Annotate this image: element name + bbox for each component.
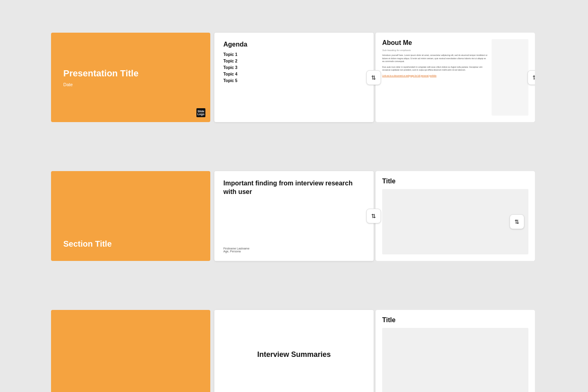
slide-2-wrapper: Agenda Topic 1 Topic 2 Topic 3 Topic 4 T… — [214, 33, 374, 122]
col-3-row-3: Title — [376, 310, 539, 392]
col-1-row-1: Presentation Title Date SlideLogo — [49, 33, 212, 122]
gray-content-box-2 — [382, 328, 528, 392]
row-gap-1 — [0, 147, 588, 171]
slide-5-wrapper: Important finding from interview researc… — [214, 171, 374, 261]
agenda-item-2: Topic 2 — [223, 59, 365, 63]
slide-interview-summaries[interactable]: Interview Summaries — [214, 310, 374, 392]
agenda-item-5: Topic 5 — [223, 78, 365, 83]
presentation-title-text: Presentation Title — [63, 68, 138, 79]
about-me-body2: Duis aute irure dolor in reprehenderit i… — [382, 66, 488, 72]
col-3-row-2: Title ⇅ — [376, 171, 539, 261]
agenda-title: Agenda — [223, 41, 365, 48]
interview-heading: Important finding from interview researc… — [223, 179, 365, 196]
slide-logo: SlideLogo — [196, 108, 205, 117]
col-1-row-3 — [49, 310, 212, 392]
about-me-title: About Me — [382, 39, 488, 47]
presentation-canvas: Presentation Title Date SlideLogo Agenda… — [0, 0, 588, 392]
slide-about-me[interactable]: About Me Sub-heading for emphasis Introd… — [376, 33, 535, 122]
slide-presentation-title[interactable]: Presentation Title Date SlideLogo — [51, 33, 210, 122]
presentation-date-text: Date — [63, 82, 73, 87]
slide-agenda[interactable]: Agenda Topic 1 Topic 2 Topic 3 Topic 4 T… — [214, 33, 374, 122]
agenda-list: Topic 1 Topic 2 Topic 3 Topic 4 Topic 5 — [223, 52, 365, 85]
slide-title-gray-1[interactable]: Title ⇅ — [376, 171, 535, 261]
slide-row-2: Section Title Important finding from int… — [0, 171, 588, 261]
agenda-item-4: Topic 4 — [223, 72, 365, 76]
about-me-content: About Me Sub-heading for emphasis Introd… — [382, 39, 492, 116]
col-2-row-2: Important finding from interview researc… — [212, 171, 376, 261]
slide-7-wrapper — [51, 310, 210, 392]
slide-4-wrapper: Section Title — [51, 171, 210, 261]
slide-orange-blank[interactable] — [51, 310, 210, 392]
slide-9-wrapper: Title — [376, 310, 535, 392]
interview-summaries-title: Interview Summaries — [257, 350, 331, 359]
col-1-row-2: Section Title — [49, 171, 212, 261]
row-gap-2 — [0, 285, 588, 310]
about-me-photo-placeholder — [492, 39, 528, 116]
agenda-item-1: Topic 1 — [223, 52, 365, 57]
slide-title-gray-2[interactable]: Title — [376, 310, 535, 392]
about-me-subtitle: Sub-heading for emphasis — [382, 49, 488, 51]
col-2-row-3: Interview Summaries — [212, 310, 376, 392]
title-text-2: Title — [382, 316, 528, 324]
slide-interview-finding[interactable]: Important finding from interview researc… — [214, 171, 374, 261]
interview-name: Firstname Lastname — [223, 247, 365, 250]
slide-section-title[interactable]: Section Title — [51, 171, 210, 261]
swap-button-4[interactable]: ⇅ — [510, 214, 524, 229]
slide-6-wrapper: Title ⇅ — [376, 171, 535, 261]
section-title-text: Section Title — [63, 239, 112, 249]
col-2-row-1: Agenda Topic 1 Topic 2 Topic 3 Topic 4 T… — [212, 33, 376, 122]
swap-button-1[interactable]: ⇅ — [366, 70, 381, 85]
agenda-item-3: Topic 3 — [223, 65, 365, 70]
gray-content-box-1: ⇅ — [382, 189, 528, 254]
about-me-link[interactable]: Link out to a document or webpage for fu… — [382, 74, 488, 77]
slide-row-3: Interview Summaries Title — [0, 310, 588, 392]
slide-row-1: Presentation Title Date SlideLogo Agenda… — [0, 33, 588, 122]
swap-button-2[interactable]: ⇅ — [528, 70, 535, 85]
slide-3-wrapper: About Me Sub-heading for emphasis Introd… — [376, 33, 535, 122]
slide-1-wrapper: Presentation Title Date SlideLogo — [51, 33, 210, 122]
slide-8-wrapper: Interview Summaries — [214, 310, 374, 392]
title-text-1: Title — [382, 178, 528, 185]
interview-persona: Age, Persona — [223, 250, 365, 253]
col-3-row-1: About Me Sub-heading for emphasis Introd… — [376, 33, 539, 122]
about-me-body1: Introduce yourself here. Lorem ipsum dol… — [382, 54, 488, 63]
swap-button-3[interactable]: ⇅ — [366, 209, 381, 223]
